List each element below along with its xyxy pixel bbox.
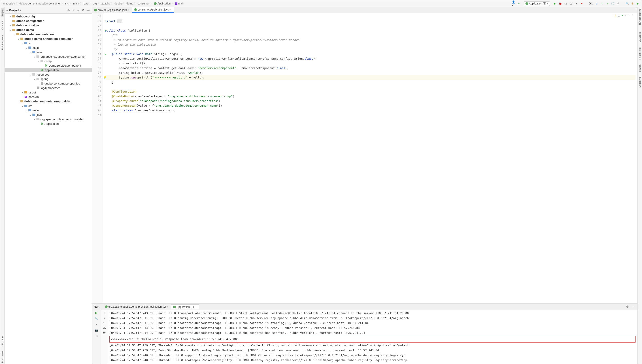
collapse-icon[interactable]: ≣: [77, 8, 80, 12]
line-number[interactable]: 18: [92, 14, 103, 19]
tree-item[interactable]: ›org.apache.dubbo.demo.provider: [5, 117, 92, 122]
git-push-icon[interactable]: ↗: [605, 2, 609, 5]
code-line[interactable]: public class Application {: [105, 28, 635, 33]
line-number[interactable]: 36: [92, 66, 103, 70]
exit-button[interactable]: ⇥: [94, 334, 99, 338]
console-settings-icon[interactable]: ⚙: [626, 305, 629, 308]
git-commit-icon[interactable]: ✓: [600, 2, 604, 5]
editor-problems-status[interactable]: ⚠1 ✔4 ˄ ˅: [614, 14, 633, 17]
editor-more-icon[interactable]: ⋮: [634, 7, 637, 10]
structure-tool-button[interactable]: Structure: [1, 335, 4, 346]
code-line[interactable]: [105, 24, 635, 28]
run-more-icon[interactable]: ▾: [574, 2, 578, 5]
breadcrumb-segment[interactable]: java: [83, 2, 89, 5]
tree-item[interactable]: log4j.properties: [5, 86, 92, 90]
run-config-selector[interactable]: Application (1) ▾: [524, 1, 550, 6]
stop-button[interactable]: 🔧: [94, 316, 99, 320]
close-icon[interactable]: ×: [167, 305, 168, 308]
breadcrumb-segment[interactable]: m main: [175, 2, 185, 5]
line-number[interactable]: 32: [92, 47, 103, 52]
line-number[interactable]: 37: [92, 70, 103, 75]
user-icon[interactable]: 👤▾: [512, 2, 515, 5]
debug-icon[interactable]: 🐞: [558, 2, 562, 5]
line-number[interactable]: 38: [92, 75, 103, 80]
line-number[interactable]: 45: [92, 108, 103, 113]
maven-tool-button[interactable]: Maven: [638, 64, 641, 73]
close-icon[interactable]: ×: [195, 306, 196, 308]
breadcrumb-segment[interactable]: apache: [101, 2, 111, 5]
line-number[interactable]: 44: [92, 103, 103, 108]
code-line[interactable]: /**: [105, 33, 635, 38]
code-line[interactable]: @PropertySource("classpath:/spring/dubbo…: [105, 98, 635, 103]
soft-wrap-button[interactable]: ↩: [103, 321, 106, 324]
run-tab-application[interactable]: Application (1) ×: [171, 304, 199, 310]
bookmarks-tool-button[interactable]: Bookmarks: [1, 350, 4, 364]
locate-icon[interactable]: ⊙: [67, 8, 70, 12]
commit-tool-button[interactable]: Commit: [1, 20, 4, 31]
code-line[interactable]: public static void main(String[] args) {: [105, 52, 635, 56]
notifications-tool-button[interactable]: Notifications: [638, 8, 641, 23]
code-line[interactable]: import ...: [105, 19, 635, 24]
tree-item[interactable]: ›dubbo-container: [5, 23, 92, 28]
breadcrumb-segment[interactable]: org: [92, 2, 97, 5]
line-number[interactable]: 46: [92, 113, 103, 118]
code-line[interactable]: String hello = service.sayHello( name: "…: [105, 70, 635, 75]
breadcrumb-segment[interactable]: -annotation: [1, 2, 16, 5]
tree-item[interactable]: ›target: [5, 90, 92, 94]
tree-item[interactable]: ⌄main: [5, 108, 92, 112]
git-update-icon[interactable]: ↙: [595, 2, 598, 5]
stop-process-button[interactable]: ■: [94, 322, 99, 326]
tab-provider-application[interactable]: provider/Application.java ×: [92, 7, 132, 13]
git-history-icon[interactable]: 🕓: [611, 2, 614, 5]
line-number[interactable]: 27: [92, 24, 103, 28]
profile-icon[interactable]: ◷: [569, 2, 573, 5]
close-icon[interactable]: ×: [128, 8, 130, 12]
tab-consumer-application[interactable]: consumer/Application.java ×: [132, 7, 174, 13]
scroll-up-button[interactable]: ↑: [104, 311, 105, 314]
breadcrumb-segment[interactable]: demo: [126, 2, 134, 5]
line-number[interactable]: 34: [92, 56, 103, 61]
close-icon[interactable]: ×: [170, 8, 172, 11]
line-number[interactable]: 35: [92, 61, 103, 66]
settings-icon[interactable]: ⚙: [82, 8, 85, 12]
code-line[interactable]: @Configuration: [105, 89, 635, 94]
project-tool-button[interactable]: Project: [1, 8, 4, 17]
code-line[interactable]: [105, 113, 635, 118]
line-number[interactable]: 28: [92, 28, 103, 33]
tree-item[interactable]: ⌄main: [5, 46, 92, 50]
tree-item[interactable]: ⌄spring: [5, 77, 92, 81]
tree-item[interactable]: ⌄dubbo-demo: [5, 28, 92, 32]
tree-item[interactable]: ⌄org.apache.dubbo.demo.consumer: [5, 54, 92, 59]
code-line[interactable]: @EnableDubbo(scanBasePackages = "org.apa…: [105, 94, 635, 98]
tree-item[interactable]: dubbo-consumer.properties: [5, 81, 92, 86]
line-number[interactable]: 42: [92, 94, 103, 98]
ide-settings-icon[interactable]: ⚙: [630, 2, 634, 5]
console-hide-icon[interactable]: —: [631, 305, 635, 308]
tree-item[interactable]: ⌄dubbo-demo-annotation: [5, 32, 92, 36]
tree-item[interactable]: ›dubbo-config: [5, 14, 92, 18]
print-button[interactable]: 🖶: [103, 326, 106, 330]
coverage-icon[interactable]: ⬚: [564, 2, 567, 5]
code-line[interactable]: @ComponentScan(value = {"org.apache.dubb…: [105, 103, 635, 108]
breadcrumb-segment[interactable]: src: [65, 2, 69, 5]
tree-item[interactable]: CApplication: [5, 122, 92, 126]
tree-item[interactable]: CDemoServiceComponent: [5, 63, 92, 68]
line-number[interactable]: 31: [92, 42, 103, 47]
run-icon[interactable]: ▶: [553, 2, 556, 5]
tree-item[interactable]: ›dubbo-configcenter: [5, 18, 92, 23]
code-line[interactable]: */: [105, 47, 635, 52]
run-tab-provider[interactable]: org.apache.dubbo.demo.provider.Applicati…: [103, 304, 171, 309]
line-number[interactable]: 30: [92, 38, 103, 42]
tree-item[interactable]: mpom.xml: [5, 94, 92, 99]
line-number[interactable]: 39: [92, 80, 103, 84]
code-line[interactable]: DemoService service = context.getBean( n…: [105, 66, 635, 70]
code-line[interactable]: System.out.println(">>>>>>>>>>result :" …: [105, 75, 635, 80]
code-line[interactable]: * launch the application: [105, 42, 635, 47]
tree-item[interactable]: ⌄resources: [5, 72, 92, 77]
code-line[interactable]: * In order to make sure multicast regist…: [105, 38, 635, 42]
code-line[interactable]: static class ConsumerConfiguration {: [105, 108, 635, 113]
tree-item[interactable]: CApplication: [5, 68, 92, 72]
code-line[interactable]: }: [105, 80, 635, 84]
chevron-down-icon[interactable]: ˅: [631, 14, 633, 17]
tree-item[interactable]: ⌄dubbo-demo-annotation-consumer: [5, 36, 92, 41]
